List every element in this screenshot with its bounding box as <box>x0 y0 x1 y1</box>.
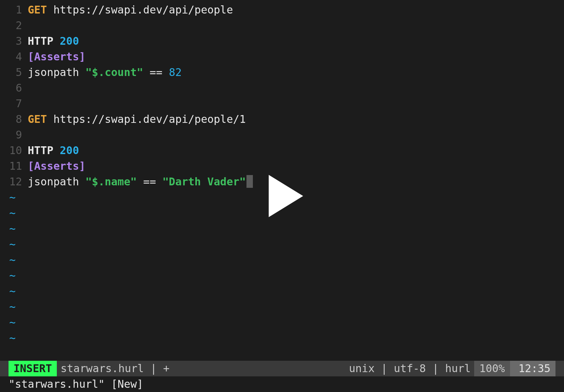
line-number: 3 <box>0 33 28 49</box>
code-content: HTTP 200 <box>28 33 79 49</box>
code-line[interactable]: 3HTTP 200 <box>0 33 564 49</box>
code-token: https://swapi.dev/api/people <box>53 4 233 16</box>
code-content: HTTP 200 <box>28 143 79 158</box>
line-number: 4 <box>0 49 28 65</box>
code-line[interactable]: 9 <box>0 127 564 143</box>
empty-line-tilde: ~ <box>0 236 564 252</box>
code-content: GET https://swapi.dev/api/people/1 <box>28 111 246 127</box>
empty-line-tilde: ~ <box>0 283 564 299</box>
svg-marker-0 <box>269 175 303 217</box>
code-token: "Darth Vader" <box>162 175 246 188</box>
code-token <box>143 66 150 78</box>
code-content: [Asserts] <box>28 49 86 65</box>
code-token <box>47 113 53 125</box>
code-token: 82 <box>169 66 181 78</box>
play-icon <box>252 166 312 226</box>
empty-line-tilde: ~ <box>0 330 564 346</box>
status-modified-flag: + <box>159 361 173 376</box>
code-line[interactable]: 8GET https://swapi.dev/api/people/1 <box>0 111 564 127</box>
code-token <box>47 4 53 16</box>
code-token <box>79 175 86 188</box>
code-token: "$.name" <box>86 175 137 188</box>
code-content: [Asserts] <box>28 158 86 174</box>
code-line[interactable]: 1GET https://swapi.dev/api/people <box>0 2 564 18</box>
code-token: 200 <box>60 35 79 47</box>
line-number: 6 <box>0 80 28 96</box>
line-number: 7 <box>0 96 28 111</box>
code-line[interactable]: 4[Asserts] <box>0 49 564 65</box>
status-position: 12:35 <box>510 361 555 376</box>
code-line[interactable]: 6 <box>0 80 564 96</box>
code-token: [Asserts] <box>28 50 86 63</box>
line-number: 9 <box>0 127 28 143</box>
status-sep: | <box>429 361 441 376</box>
empty-line-tilde: ~ <box>0 252 564 268</box>
mode-indicator: INSERT <box>9 361 57 376</box>
code-token: HTTP <box>28 35 53 47</box>
status-spacer <box>173 361 345 376</box>
status-fileformat: unix <box>346 361 378 376</box>
code-token: == <box>150 66 162 78</box>
code-line[interactable]: 10HTTP 200 <box>0 143 564 158</box>
code-token: 200 <box>60 144 79 157</box>
code-token <box>53 144 60 157</box>
code-token <box>79 66 86 78</box>
code-content: jsonpath "$.count" == 82 <box>28 65 182 80</box>
code-token: https://swapi.dev/api/people/1 <box>53 113 246 125</box>
status-filetype: hurl <box>441 361 474 376</box>
status-encoding: utf-8 <box>390 361 429 376</box>
status-filename: starwars.hurl <box>57 361 147 376</box>
code-token <box>137 175 143 188</box>
line-number: 10 <box>0 143 28 158</box>
empty-line-tilde: ~ <box>0 268 564 283</box>
code-token <box>53 35 60 47</box>
code-content: GET https://swapi.dev/api/people <box>28 2 233 18</box>
line-number: 11 <box>0 158 28 174</box>
status-sep: | <box>378 361 390 376</box>
code-token: GET <box>28 113 47 125</box>
code-line[interactable]: 2 <box>0 18 564 33</box>
command-line[interactable]: "starwars.hurl" [New] <box>0 376 564 392</box>
line-number: 8 <box>0 111 28 127</box>
empty-line-tilde: ~ <box>0 299 564 315</box>
code-token <box>162 66 169 78</box>
code-token: == <box>143 175 156 188</box>
empty-line-tilde: ~ <box>0 315 564 330</box>
code-token <box>156 175 162 188</box>
line-number: 2 <box>0 18 28 33</box>
code-line[interactable]: 7 <box>0 96 564 111</box>
code-content: jsonpath "$.name" == "Darth Vader" <box>28 174 253 190</box>
play-button[interactable] <box>252 166 312 226</box>
code-line[interactable]: 5jsonpath "$.count" == 82 <box>0 65 564 80</box>
line-number: 12 <box>0 174 28 190</box>
status-sep: | <box>147 361 159 376</box>
code-token: HTTP <box>28 144 53 157</box>
code-token: GET <box>28 4 47 16</box>
status-line: INSERT starwars.hurl | + unix | utf-8 | … <box>0 361 564 376</box>
line-number: 5 <box>0 65 28 80</box>
line-number: 1 <box>0 2 28 18</box>
status-percent: 100% <box>474 361 510 376</box>
code-token: jsonpath <box>28 66 79 78</box>
code-token: "$.count" <box>86 66 143 78</box>
code-token: jsonpath <box>28 175 79 188</box>
code-token: [Asserts] <box>28 160 86 172</box>
